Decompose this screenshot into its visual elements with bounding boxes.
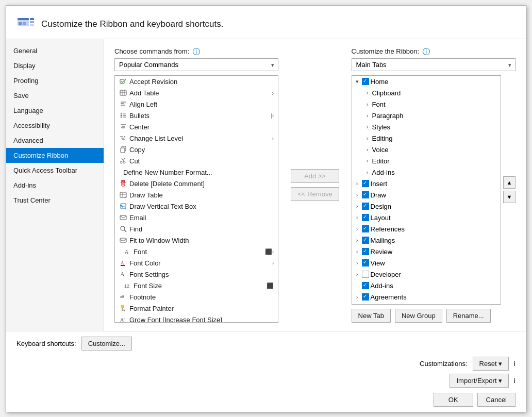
commands-list[interactable]: Accept Revision Add Table	[114, 75, 278, 322]
left-dropdown[interactable]: Popular Commands All Commands Macros	[114, 58, 278, 71]
expand-home-icon[interactable]: ▾	[354, 78, 360, 85]
sidebar-item-save[interactable]: Save	[6, 88, 104, 103]
tree-row-references[interactable]: › References	[352, 223, 501, 235]
sidebar-item-advanced[interactable]: Advanced	[6, 133, 104, 148]
remove-button[interactable]: << Remove	[291, 187, 339, 201]
list-item[interactable]: A Font Color ›	[115, 257, 278, 269]
sidebar-item-language[interactable]: Language	[6, 103, 104, 118]
list-item[interactable]: Draw Table	[115, 189, 278, 201]
tree-row-font[interactable]: › Font	[352, 98, 501, 110]
import-export-button[interactable]: Import/Export ▾	[450, 374, 509, 388]
list-item[interactable]: Fit to Window Width	[115, 235, 278, 246]
tree-row-addins[interactable]: › Add-ins	[352, 280, 501, 291]
tree-row-styles[interactable]: › Styles	[352, 121, 501, 132]
sidebar-item-quick-access-toolbar[interactable]: Quick Access Toolbar	[6, 163, 104, 178]
list-item[interactable]: T Draw Vertical Text Box	[115, 201, 278, 212]
tree-row-view[interactable]: › View	[352, 257, 501, 269]
new-tab-button[interactable]: New Tab	[352, 309, 391, 323]
expand-paragraph-icon[interactable]: ›	[364, 112, 371, 119]
tree-row-voice[interactable]: › Voice	[352, 144, 501, 155]
list-item[interactable]: Email	[115, 212, 278, 223]
sidebar-item-general[interactable]: General	[6, 43, 104, 58]
list-item[interactable]: A Font Settings	[115, 269, 278, 280]
tree-row-draw[interactable]: › Draw	[352, 189, 501, 201]
tree-row-insert[interactable]: › Insert	[352, 178, 501, 189]
list-item[interactable]: Format Painter	[115, 303, 278, 314]
expand-draw-icon[interactable]: ›	[354, 192, 360, 198]
sidebar-item-display[interactable]: Display	[6, 58, 104, 73]
list-item[interactable]: 12 Font Size ⬛	[115, 280, 278, 291]
tree-row-review[interactable]: › Review	[352, 246, 501, 257]
tree-row-editing[interactable]: › Editing	[352, 132, 501, 144]
draw-checkbox[interactable]	[362, 191, 369, 198]
rename-button[interactable]: Rename...	[446, 309, 491, 323]
expand-review-icon[interactable]: ›	[354, 248, 360, 255]
list-item[interactable]: ab1 Footnote	[115, 291, 278, 303]
expand-addins-sub-icon[interactable]: ›	[364, 169, 371, 175]
layout-checkbox[interactable]	[362, 214, 369, 221]
expand-developer-icon[interactable]: ›	[354, 271, 360, 277]
list-item[interactable]: Copy	[115, 144, 278, 155]
expand-styles-icon[interactable]: ›	[364, 124, 371, 130]
expand-layout-icon[interactable]: ›	[354, 214, 360, 221]
list-item[interactable]: Define New Number Format...	[115, 166, 278, 178]
sidebar-item-trust-center[interactable]: Trust Center	[6, 193, 104, 208]
customize-button[interactable]: Customize...	[81, 337, 132, 351]
expand-font-icon[interactable]: ›	[364, 101, 371, 107]
expand-clipboard-icon[interactable]: ›	[364, 90, 371, 96]
view-checkbox[interactable]	[362, 259, 369, 266]
import-export-info-icon[interactable]: i	[514, 377, 516, 385]
design-checkbox[interactable]	[362, 203, 369, 210]
tree-row-layout[interactable]: › Layout	[352, 212, 501, 223]
list-item[interactable]: Add Table	[115, 87, 278, 98]
tree-row-design[interactable]: › Design	[352, 201, 501, 212]
expand-design-icon[interactable]: ›	[354, 203, 360, 209]
ok-button[interactable]: OK	[434, 393, 473, 407]
sidebar-item-accessibility[interactable]: Accessibility	[6, 118, 104, 133]
agreements-checkbox[interactable]	[362, 293, 369, 301]
tree-row-addins-sub[interactable]: › Add-ins	[352, 166, 501, 178]
list-item[interactable]: Find	[115, 223, 278, 235]
cancel-button[interactable]: Cancel	[477, 393, 516, 407]
mailings-checkbox[interactable]	[362, 237, 369, 244]
expand-mailings-icon[interactable]: ›	[354, 237, 360, 243]
tree-row-clipboard[interactable]: › Clipboard	[352, 87, 501, 98]
new-group-button[interactable]: New Group	[395, 309, 442, 323]
home-checkbox[interactable]	[362, 78, 369, 85]
tree-row-paragraph[interactable]: › Paragraph	[352, 110, 501, 121]
sidebar-item-add-ins[interactable]: Add-ins	[6, 178, 104, 193]
reset-info-icon[interactable]: i	[514, 360, 516, 368]
list-item[interactable]: Delete [Delete Comment]	[115, 178, 278, 189]
tree-row-developer[interactable]: › Developer	[352, 269, 501, 280]
left-panel-info-icon[interactable]: i	[193, 48, 200, 55]
list-item[interactable]: Change List Level	[115, 132, 278, 144]
review-checkbox[interactable]	[362, 248, 369, 255]
developer-checkbox[interactable]	[362, 271, 369, 278]
expand-view-icon[interactable]: ›	[354, 260, 360, 266]
list-item[interactable]: A^ Grow Font [Increase Font Size]	[115, 314, 278, 322]
expand-editor-icon[interactable]: ›	[364, 158, 371, 164]
tree-row-home[interactable]: ▾ Home	[352, 76, 501, 87]
expand-insert-icon[interactable]: ›	[354, 180, 360, 187]
expand-references-icon[interactable]: ›	[354, 226, 360, 232]
sidebar-item-proofing[interactable]: Proofing	[6, 73, 104, 88]
right-dropdown[interactable]: Main Tabs Tool Tabs	[352, 58, 516, 71]
list-item[interactable]: Center	[115, 121, 278, 132]
list-item[interactable]: Cut	[115, 155, 278, 166]
move-down-button[interactable]: ▼	[503, 191, 516, 203]
list-item[interactable]: Bullets |›	[115, 110, 278, 121]
list-item[interactable]: A Font ⬛›	[115, 246, 278, 257]
expand-editing-icon[interactable]: ›	[364, 135, 371, 141]
sidebar-item-customize-ribbon[interactable]: Customize Ribbon	[6, 148, 104, 163]
list-item[interactable]: Align Left	[115, 98, 278, 110]
expand-voice-icon[interactable]: ›	[364, 146, 371, 153]
references-checkbox[interactable]	[362, 225, 369, 232]
expand-agreements-icon[interactable]: ›	[354, 294, 360, 300]
tree-row-agreements[interactable]: › Agreements	[352, 291, 501, 303]
addins-checkbox[interactable]	[362, 282, 369, 289]
reset-button[interactable]: Reset ▾	[473, 357, 509, 371]
move-up-button[interactable]: ▲	[503, 176, 516, 189]
ribbon-tree[interactable]: ▾ Home › Clipboard ›	[352, 75, 501, 304]
tree-row-mailings[interactable]: › Mailings	[352, 235, 501, 246]
insert-checkbox[interactable]	[362, 180, 369, 187]
